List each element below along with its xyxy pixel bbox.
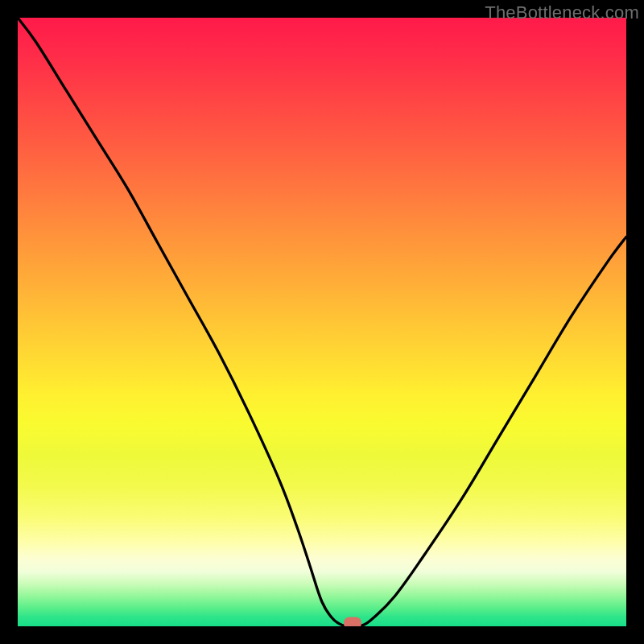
chart-frame: TheBottleneck.com: [0, 0, 644, 644]
chart-svg: [18, 18, 626, 626]
plot-area: [18, 18, 626, 626]
watermark-text: TheBottleneck.com: [485, 2, 639, 23]
marker-dot: [344, 617, 361, 626]
bottleneck-curve-path: [18, 18, 626, 626]
